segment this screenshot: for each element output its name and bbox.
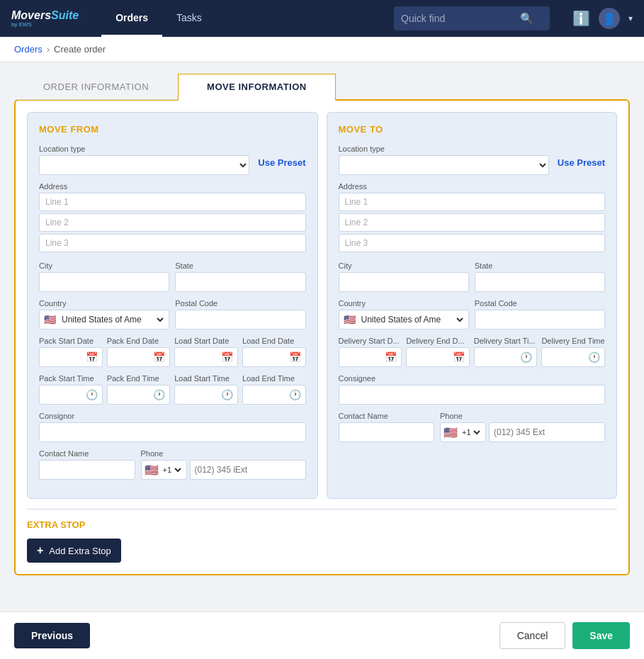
move-from-address-line1[interactable] xyxy=(39,193,306,211)
main-content: ORDER INFORMATION MOVE INFORMATION MOVE … xyxy=(0,62,644,587)
move-to-use-preset-link[interactable]: Use Preset xyxy=(558,157,605,168)
calendar-icon: 📅 xyxy=(86,351,98,363)
move-from-location-type-select[interactable] xyxy=(39,155,249,175)
move-from-pack-end-time-field[interactable] xyxy=(112,390,152,400)
move-to-delivery-start-time-field[interactable] xyxy=(479,352,519,362)
move-to-delivery-start-time-label: Delivery Start Ti... xyxy=(474,337,538,345)
add-extra-stop-button[interactable]: + Add Extra Stop xyxy=(27,539,121,563)
cancel-button[interactable]: Cancel xyxy=(499,622,566,649)
move-from-pack-start-time-group: Pack Start Time 🕐 xyxy=(39,374,103,405)
move-to-city-input[interactable] xyxy=(339,272,469,292)
plus-icon: + xyxy=(37,544,43,557)
move-from-country-select-wrap[interactable]: 🇺🇸 United States of Ame xyxy=(39,310,169,330)
move-to-location-type-select[interactable] xyxy=(339,155,549,175)
move-from-phone-label: Phone xyxy=(141,449,306,458)
move-to-delivery-end-date-field[interactable] xyxy=(411,352,451,362)
move-to-delivery-end-time-input[interactable]: 🕐 xyxy=(541,347,605,367)
move-from-load-end-date-field[interactable] xyxy=(247,352,287,362)
avatar[interactable]: 👤 xyxy=(599,8,620,29)
bottom-bar: Previous Cancel Save xyxy=(0,612,644,659)
move-to-state-input[interactable] xyxy=(475,272,605,292)
move-to-city-state-row: City State xyxy=(339,261,606,292)
search-input[interactable] xyxy=(401,13,514,24)
move-from-load-start-date-field[interactable] xyxy=(179,352,219,362)
info-icon[interactable]: ℹ️ xyxy=(572,10,590,27)
move-to-country-label: Country xyxy=(339,299,469,308)
move-to-country-select[interactable]: United States of Ame xyxy=(358,314,465,325)
move-to-country-select-wrap[interactable]: 🇺🇸 United States of Ame xyxy=(339,310,469,330)
previous-button[interactable]: Previous xyxy=(14,623,90,648)
move-to-delivery-start-date-field[interactable] xyxy=(344,352,383,362)
clock-icon: 🕐 xyxy=(289,389,301,400)
breadcrumb-current: Create order xyxy=(54,44,106,55)
move-to-address-group: Address xyxy=(339,182,606,254)
clock-icon: 🕐 xyxy=(588,351,600,363)
move-from-load-end-date-input[interactable]: 📅 xyxy=(242,347,306,367)
move-to-flag: 🇺🇸 xyxy=(344,314,356,325)
move-from-pack-start-time-input[interactable]: 🕐 xyxy=(39,385,103,405)
move-from-load-start-time-field[interactable] xyxy=(179,390,219,400)
move-from-flag: 🇺🇸 xyxy=(44,314,56,325)
move-to-address-line2[interactable] xyxy=(339,213,606,232)
move-to-delivery-start-date-label: Delivery Start D... xyxy=(339,337,402,345)
move-to-delivery-start-date-input[interactable]: 📅 xyxy=(339,347,402,367)
tab-move-information[interactable]: MOVE INFORMATION xyxy=(178,74,336,101)
move-to-contact-phone-row: Contact Name Phone 🇺🇸 +1 xyxy=(339,412,606,442)
move-from-consignor-label: Consignor xyxy=(39,412,306,420)
move-to-delivery-start-time-input[interactable]: 🕐 xyxy=(474,347,538,367)
move-to-phone-code-select[interactable]: +1 xyxy=(459,427,482,437)
move-from-consignor-input[interactable] xyxy=(39,422,306,442)
move-from-country-select[interactable]: United States of Ame xyxy=(59,314,166,325)
move-to-phone-input[interactable] xyxy=(489,422,605,442)
move-to-section: MOVE TO Location type Use Preset Address xyxy=(327,112,618,499)
move-from-load-end-time-field[interactable] xyxy=(247,390,287,400)
move-from-phone-country[interactable]: 🇺🇸 +1 xyxy=(141,460,187,480)
move-from-load-end-time-input[interactable]: 🕐 xyxy=(242,385,306,405)
breadcrumb-orders[interactable]: Orders xyxy=(14,44,43,55)
move-from-address-line3[interactable] xyxy=(39,234,306,252)
move-to-consignee-input[interactable] xyxy=(339,385,606,405)
move-from-pack-end-time-input[interactable]: 🕐 xyxy=(107,385,171,405)
move-from-phone-code-select[interactable]: +1 xyxy=(160,465,183,475)
move-to-delivery-end-date-input[interactable]: 📅 xyxy=(406,347,470,367)
move-to-phone-country[interactable]: 🇺🇸 +1 xyxy=(440,422,486,442)
move-to-contact-name-group: Contact Name xyxy=(339,412,435,442)
logo-sub: by EWS xyxy=(11,22,79,28)
move-from-state-input[interactable] xyxy=(175,272,305,292)
move-from-phone-group: Phone 🇺🇸 +1 xyxy=(141,449,306,480)
tab-order-information[interactable]: ORDER INFORMATION xyxy=(14,74,178,100)
move-from-postal-input[interactable] xyxy=(175,310,305,330)
move-to-delivery-end-time-field[interactable] xyxy=(546,352,586,362)
move-columns: MOVE FROM Location type Use Preset Addre… xyxy=(27,112,617,499)
move-from-phone-input[interactable] xyxy=(190,460,306,480)
move-from-pack-end-date-input[interactable]: 📅 xyxy=(107,347,171,367)
extra-stop-title: EXTRA STOP xyxy=(27,519,617,530)
move-information-card: MOVE FROM Location type Use Preset Addre… xyxy=(14,99,630,575)
move-from-load-start-date-input[interactable]: 📅 xyxy=(174,347,238,367)
search-bar[interactable]: 🔍 xyxy=(394,6,550,30)
nav-tab-orders[interactable]: Orders xyxy=(101,0,162,37)
move-to-address-line3[interactable] xyxy=(339,234,606,252)
move-from-use-preset-link[interactable]: Use Preset xyxy=(258,157,305,168)
chevron-down-icon[interactable]: ▾ xyxy=(628,13,633,23)
move-to-delivery-end-time-group: Delivery End Time 🕐 xyxy=(541,337,605,367)
calendar-icon: 📅 xyxy=(453,351,465,363)
move-from-pack-start-date-field[interactable] xyxy=(44,352,84,362)
nav-tab-tasks[interactable]: Tasks xyxy=(162,0,216,37)
move-to-address-line1[interactable] xyxy=(339,193,606,211)
move-to-delivery-start-time-group: Delivery Start Ti... 🕐 xyxy=(474,337,538,367)
move-from-pack-end-date-field[interactable] xyxy=(112,352,152,362)
save-button[interactable]: Save xyxy=(572,622,630,649)
move-to-contact-name-input[interactable] xyxy=(339,422,435,442)
move-to-postal-input[interactable] xyxy=(475,310,605,330)
move-from-city-input[interactable] xyxy=(39,272,169,292)
move-from-pack-end-time-label: Pack End Time xyxy=(107,374,171,383)
move-from-pack-start-time-label: Pack Start Time xyxy=(39,374,103,383)
move-from-pack-start-date-input[interactable]: 📅 xyxy=(39,347,103,367)
move-from-address-line2[interactable] xyxy=(39,213,306,232)
clock-icon: 🕐 xyxy=(520,351,532,363)
move-from-load-start-time-input[interactable]: 🕐 xyxy=(174,385,238,405)
search-icon[interactable]: 🔍 xyxy=(520,12,533,25)
move-from-contact-name-input[interactable] xyxy=(39,460,135,480)
move-from-pack-start-time-field[interactable] xyxy=(44,390,84,400)
